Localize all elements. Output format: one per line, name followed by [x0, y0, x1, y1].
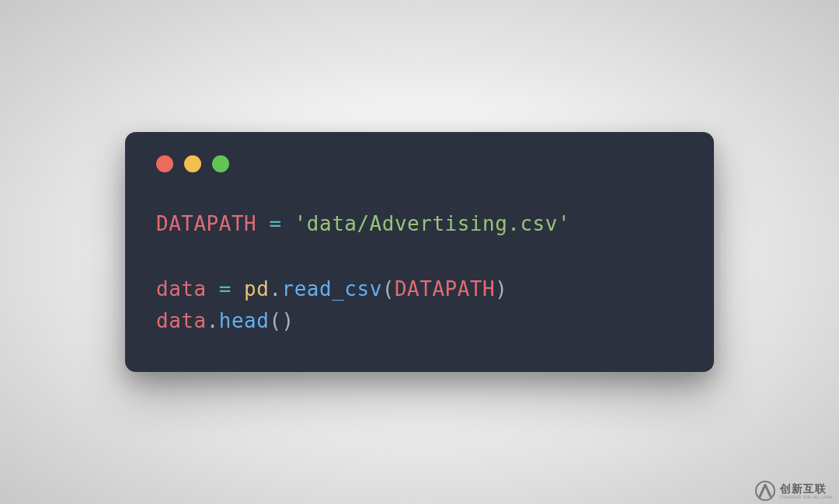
- watermark-sub: CHUANG XIN HU LIAN: [780, 495, 833, 499]
- minimize-icon[interactable]: [184, 155, 201, 172]
- code-block: DATAPATH = 'data/Advertising.csv' data =…: [156, 208, 683, 337]
- token-punct: (): [269, 309, 294, 332]
- token-identifier: data: [156, 309, 207, 332]
- watermark: 创新互联 CHUANG XIN HU LIAN: [755, 481, 833, 501]
- token-operator: =: [207, 277, 244, 301]
- token-punct: .: [207, 309, 219, 332]
- watermark-text: 创新互联 CHUANG XIN HU LIAN: [780, 483, 833, 499]
- code-window: DATAPATH = 'data/Advertising.csv' data =…: [125, 132, 714, 371]
- token-constant: DATAPATH: [156, 212, 256, 235]
- token-constant: DATAPATH: [395, 277, 495, 301]
- token-punct: ): [495, 277, 507, 301]
- token-operator: =: [256, 212, 294, 235]
- close-icon[interactable]: [156, 155, 173, 172]
- maximize-icon[interactable]: [212, 155, 229, 172]
- watermark-logo-icon: [755, 481, 775, 501]
- window-traffic-lights: [156, 155, 683, 172]
- token-string: 'data/Advertising.csv': [294, 212, 570, 235]
- token-function: read_csv: [282, 277, 382, 301]
- token-object: pd: [244, 277, 269, 301]
- token-punct: (: [382, 277, 395, 301]
- watermark-main: 创新互联: [780, 483, 833, 494]
- token-identifier: data: [156, 277, 207, 301]
- token-punct: .: [269, 277, 281, 301]
- token-function: head: [219, 309, 270, 332]
